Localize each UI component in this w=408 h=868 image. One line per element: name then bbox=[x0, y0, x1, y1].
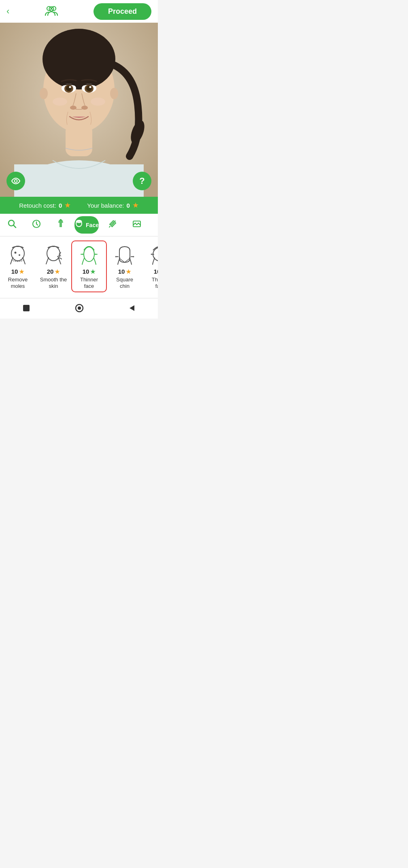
svg-marker-49 bbox=[130, 305, 134, 311]
option-thicker-face[interactable]: 10 ★ Thicker face bbox=[142, 240, 158, 292]
smooth-skin-icon bbox=[42, 244, 65, 266]
svg-point-36 bbox=[19, 254, 20, 256]
svg-point-32 bbox=[76, 220, 82, 223]
svg-rect-46 bbox=[23, 305, 30, 311]
svg-marker-39 bbox=[95, 253, 96, 255]
photo-area: ? bbox=[0, 23, 158, 197]
svg-point-37 bbox=[47, 246, 60, 261]
svg-point-34 bbox=[11, 246, 24, 261]
top-bar: ‹ Proceed bbox=[0, 0, 158, 23]
option-square-chin[interactable]: 10 ★ Square chin bbox=[107, 240, 142, 292]
svg-point-21 bbox=[89, 86, 91, 88]
help-button[interactable]: ? bbox=[133, 172, 151, 190]
svg-point-12 bbox=[110, 88, 118, 99]
svg-marker-42 bbox=[133, 256, 134, 257]
portrait-image bbox=[0, 23, 158, 197]
tab-search[interactable] bbox=[0, 214, 24, 236]
tab-history[interactable] bbox=[24, 214, 49, 236]
nav-back-button[interactable] bbox=[128, 304, 136, 315]
thicker-face-name: Thicker face bbox=[147, 277, 158, 289]
tab-face-label: Face bbox=[86, 222, 99, 228]
cost-bar: Retouch cost: 0 ★ Your balance: 0 ★ bbox=[0, 197, 158, 214]
thinner-face-icon bbox=[78, 244, 100, 266]
svg-point-23 bbox=[81, 106, 88, 110]
remove-moles-cost: 10 ★ bbox=[11, 268, 25, 275]
svg-point-22 bbox=[70, 106, 76, 110]
thinner-face-name: Thinner face bbox=[75, 277, 103, 289]
tab-body[interactable] bbox=[49, 214, 73, 236]
remove-moles-name: Remove moles bbox=[4, 277, 32, 289]
search-icon bbox=[7, 219, 17, 231]
svg-marker-41 bbox=[115, 256, 116, 257]
tab-image[interactable] bbox=[125, 214, 149, 236]
tab-face[interactable]: Face bbox=[74, 216, 99, 234]
balance-value: 0 bbox=[126, 202, 130, 209]
group-icon bbox=[45, 4, 58, 19]
svg-point-26 bbox=[15, 180, 17, 183]
balance-star-icon: ★ bbox=[132, 201, 139, 210]
tab-arrow[interactable] bbox=[149, 214, 158, 236]
balance: Your balance: 0 ★ bbox=[87, 201, 139, 210]
svg-point-48 bbox=[78, 306, 81, 310]
svg-line-28 bbox=[14, 225, 16, 228]
svg-point-35 bbox=[15, 252, 17, 254]
smooth-skin-cost: 20 ★ bbox=[47, 268, 60, 275]
square-chin-icon bbox=[113, 244, 136, 266]
smooth-skin-name: Smooth the skin bbox=[40, 277, 67, 289]
retouch-cost: Retouch cost: 0 ★ bbox=[19, 201, 71, 210]
proceed-button[interactable]: Proceed bbox=[94, 3, 151, 20]
back-button[interactable]: ‹ bbox=[6, 6, 9, 17]
thicker-face-cost: 10 ★ bbox=[154, 268, 158, 275]
thinner-face-cost: 10 ★ bbox=[83, 268, 96, 275]
body-icon bbox=[56, 219, 66, 231]
svg-point-19 bbox=[86, 85, 92, 91]
remove-moles-icon bbox=[6, 244, 29, 266]
svg-marker-40 bbox=[82, 253, 83, 255]
square-chin-name: Square chin bbox=[111, 277, 138, 289]
tool-tabs: Face bbox=[0, 214, 158, 236]
svg-point-20 bbox=[69, 86, 71, 88]
retouch-cost-value: 0 bbox=[59, 202, 62, 209]
svg-point-11 bbox=[40, 88, 48, 99]
svg-rect-8 bbox=[14, 164, 144, 197]
retouch-cost-label: Retouch cost: bbox=[19, 202, 56, 209]
option-smooth-skin[interactable]: 20 ★ Smooth the skin bbox=[36, 240, 71, 292]
tab-tools[interactable] bbox=[100, 214, 125, 236]
retouch-options: 10 ★ Remove moles 20 ★ Smooth the skin bbox=[0, 236, 158, 298]
option-remove-moles[interactable]: 10 ★ Remove moles bbox=[0, 240, 36, 292]
svg-point-25 bbox=[91, 98, 105, 106]
balance-label: Your balance: bbox=[87, 202, 124, 209]
bottom-nav bbox=[0, 298, 158, 319]
svg-point-18 bbox=[66, 85, 72, 91]
thicker-face-icon bbox=[149, 244, 158, 266]
svg-point-24 bbox=[53, 98, 67, 106]
nav-square-button[interactable] bbox=[22, 304, 31, 315]
eye-button[interactable] bbox=[6, 172, 25, 190]
tools-icon bbox=[108, 219, 117, 231]
svg-point-30 bbox=[60, 219, 62, 221]
nav-home-button[interactable] bbox=[74, 303, 84, 315]
image-icon bbox=[132, 219, 142, 231]
square-chin-cost: 10 ★ bbox=[118, 268, 132, 275]
history-icon bbox=[32, 219, 41, 231]
face-tab-icon bbox=[74, 219, 83, 230]
option-thinner-face[interactable]: 10 ★ Thinner face bbox=[71, 240, 107, 292]
arrow-icon bbox=[156, 219, 158, 231]
svg-point-38 bbox=[84, 247, 94, 262]
retouch-star-icon: ★ bbox=[64, 201, 71, 210]
